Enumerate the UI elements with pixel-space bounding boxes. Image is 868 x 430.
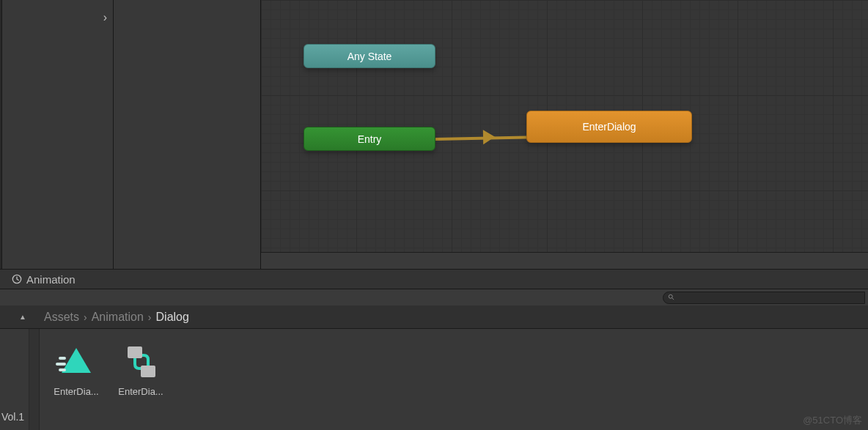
svg-rect-4 xyxy=(56,363,66,366)
project-content: EnterDia... EnterDia... xyxy=(0,329,868,430)
search-icon xyxy=(668,294,675,301)
footer-volume-label: Vol.1 xyxy=(1,411,24,423)
search-input[interactable] xyxy=(663,292,865,304)
asset-label: EnterDia... xyxy=(51,386,101,397)
animation-tab[interactable]: Animation xyxy=(0,269,868,289)
animator-graph[interactable]: Any State Entry EnterDialog xyxy=(261,0,868,269)
chevron-right-icon: › xyxy=(84,311,87,323)
breadcrumb: Assets › Animation › Dialog xyxy=(29,311,189,324)
asset-animation-clip[interactable]: EnterDia... xyxy=(51,342,101,397)
node-label: EnterDialog xyxy=(582,121,636,133)
asset-animator-controller[interactable]: EnterDia... xyxy=(116,342,166,397)
svg-rect-5 xyxy=(59,368,66,371)
chevron-right-icon: › xyxy=(148,311,152,323)
project-toolbar xyxy=(0,289,868,305)
breadcrumb-bar: ▲ Assets › Animation › Dialog xyxy=(0,305,868,329)
graph-footer xyxy=(261,252,868,269)
assets-grid[interactable]: EnterDia... EnterDia... xyxy=(40,329,868,430)
animator-panel: › Any State Entry EnterDialog xyxy=(0,0,868,269)
chevron-right-icon[interactable]: › xyxy=(103,11,107,24)
asset-label: EnterDia... xyxy=(116,386,166,397)
tree-scrollbar[interactable] xyxy=(29,329,40,430)
animator-parameters-panel: › xyxy=(0,0,114,269)
node-any-state[interactable]: Any State xyxy=(304,44,435,68)
svg-line-2 xyxy=(672,298,674,300)
animation-clip-icon xyxy=(56,342,97,380)
collapse-toggle-icon[interactable]: ▲ xyxy=(0,313,29,321)
node-label: Entry xyxy=(358,133,382,145)
svg-point-1 xyxy=(669,294,672,298)
breadcrumb-item-assets[interactable]: Assets xyxy=(44,311,79,324)
node-enter-dialog[interactable]: EnterDialog xyxy=(526,111,692,143)
node-label: Any State xyxy=(347,51,392,62)
breadcrumb-item-animation[interactable]: Animation xyxy=(92,311,144,324)
tab-label: Animation xyxy=(26,273,76,286)
svg-rect-7 xyxy=(141,366,155,377)
node-entry[interactable]: Entry xyxy=(304,127,435,151)
animator-layers-panel xyxy=(114,0,261,269)
breadcrumb-item-dialog[interactable]: Dialog xyxy=(156,311,189,324)
clock-icon xyxy=(12,274,22,284)
transition-arrow-icon xyxy=(483,130,495,144)
watermark: @51CTO博客 xyxy=(803,414,862,427)
svg-rect-3 xyxy=(59,357,66,360)
svg-rect-6 xyxy=(128,346,142,358)
panel-divider[interactable] xyxy=(0,0,2,269)
animator-controller-icon xyxy=(120,342,161,380)
